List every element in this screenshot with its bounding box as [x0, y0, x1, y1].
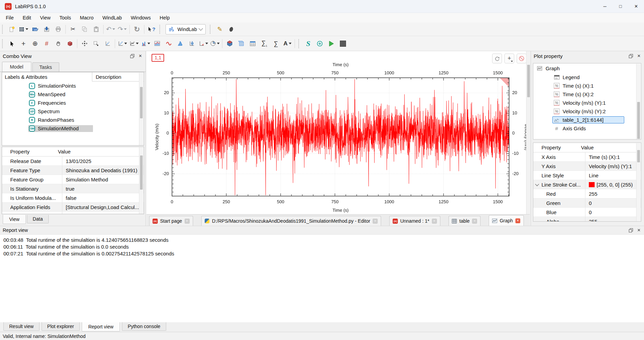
report-view-log[interactable]: 00:03:48 Total runtime of the simulaltio…	[0, 235, 644, 322]
undo-button[interactable]: ↶	[105, 24, 116, 35]
scrollbar-thumb[interactable]	[527, 65, 530, 97]
tree-item-randomphases[interactable]: RRandomPhases	[2, 116, 144, 124]
stop-simulation-button[interactable]	[337, 38, 349, 49]
save-button[interactable]	[41, 24, 52, 35]
close-tab-icon[interactable]: ✕	[472, 219, 477, 224]
tree-item-x-axis-2[interactable]: ½Time (s) (X):2	[533, 90, 641, 99]
plot-vertical-scrollbar[interactable]	[526, 51, 530, 214]
scrollbar-thumb[interactable]	[637, 102, 640, 139]
macros-button[interactable]	[225, 24, 237, 35]
refresh-plot-button[interactable]	[492, 54, 502, 63]
tab-data[interactable]: Data	[27, 215, 49, 223]
new-document-button[interactable]	[6, 24, 18, 35]
sum-limits-button[interactable]: ∑1	[258, 38, 270, 49]
graph-viewport[interactable]: 1,1 +	[146, 51, 530, 214]
menu-windows[interactable]: Windows	[126, 14, 155, 21]
close-panel-icon[interactable]: ✕	[637, 228, 641, 233]
plot-tree-scrollbar[interactable]	[636, 64, 641, 139]
edit-macro-button[interactable]: ✎	[214, 24, 225, 35]
toolbar-grip[interactable]	[2, 39, 4, 48]
menu-view[interactable]: View	[35, 14, 55, 21]
menu-help[interactable]: Help	[155, 14, 174, 21]
close-tab-icon[interactable]: ✕	[432, 219, 437, 224]
tab-plot-explorer[interactable]: Plot explorer	[42, 322, 80, 331]
grid-3d-button[interactable]	[235, 38, 247, 49]
tab-graph[interactable]: Graph ✕	[489, 215, 524, 226]
float-panel-icon[interactable]	[130, 54, 135, 58]
menu-tools[interactable]: Tools	[55, 14, 76, 21]
pan-button[interactable]	[52, 38, 64, 49]
menu-file[interactable]: File	[1, 14, 18, 21]
float-panel-icon[interactable]	[628, 54, 633, 58]
views-grid-button[interactable]	[18, 24, 29, 35]
paste-button[interactable]	[90, 24, 102, 35]
refresh-button[interactable]: ↻	[131, 24, 143, 35]
menu-edit[interactable]: Edit	[18, 14, 35, 21]
float-panel-icon[interactable]	[628, 228, 633, 233]
close-panel-icon[interactable]: ✕	[637, 54, 641, 58]
redo-button[interactable]: ↷	[116, 24, 128, 35]
close-panel-icon[interactable]: ✕	[138, 54, 143, 58]
simulate-button[interactable]: S	[302, 38, 314, 49]
add-plot-button[interactable]: +	[504, 54, 514, 63]
copy-button[interactable]	[79, 24, 90, 35]
plot-area-button[interactable]	[151, 38, 163, 49]
tab-view[interactable]: View	[3, 215, 26, 224]
sum-button[interactable]: ∑	[270, 38, 282, 49]
plot-scatter-button[interactable]	[116, 38, 128, 49]
plot-property-scrollbar[interactable]	[636, 143, 641, 222]
tree-item-meanspeed[interactable]: MeMeanSpeed	[2, 90, 144, 99]
tab-model[interactable]: Model	[2, 62, 31, 72]
toolbar-grip[interactable]	[159, 25, 162, 34]
expand-chevron-icon[interactable]	[535, 182, 539, 186]
disable-plot-button[interactable]	[517, 54, 527, 63]
move-button[interactable]	[79, 38, 90, 49]
minimize-button[interactable]: ─	[597, 0, 613, 13]
plot-boxplot-button[interactable]	[186, 38, 198, 49]
tab-start-page[interactable]: (π) Start page ✕	[149, 216, 193, 226]
tab-table[interactable]: table ✕	[449, 216, 481, 226]
tree-scrollbar[interactable]	[139, 73, 143, 146]
tree-item-axis-grids[interactable]: #Axis Grids	[533, 124, 641, 133]
tree-item-curve-table-1-2[interactable]: table_1_2[1:6144]	[533, 116, 641, 124]
tree-item-graph[interactable]: Graph	[533, 63, 641, 73]
crosshair-button[interactable]: +	[18, 38, 29, 49]
scrollbar-thumb[interactable]	[140, 156, 143, 190]
tree-item-frequencies[interactable]: FFrequencies	[2, 99, 144, 107]
close-button[interactable]: ✕	[628, 0, 644, 13]
toolbar-grip[interactable]	[298, 39, 301, 48]
pointer-button[interactable]	[6, 38, 18, 49]
maximize-button[interactable]: □	[613, 0, 628, 13]
font-button[interactable]: A	[282, 38, 293, 49]
snap-grid-button[interactable]: #	[41, 38, 52, 49]
plot-pie-button[interactable]	[209, 38, 221, 49]
tree-item-simulationpoints[interactable]: LSimulationPoints	[2, 82, 144, 90]
close-tab-icon[interactable]: ✕	[185, 219, 190, 224]
tab-tasks[interactable]: Tasks	[32, 62, 59, 72]
add-circle-button[interactable]	[314, 38, 326, 49]
scrollbar-thumb[interactable]	[637, 150, 640, 162]
velocity-time-plot[interactable]	[148, 51, 530, 214]
box-3d-button[interactable]	[64, 38, 76, 49]
zoom-region-button[interactable]	[90, 38, 102, 49]
hex-prism-button[interactable]	[224, 38, 235, 49]
open-file-button[interactable]	[29, 24, 41, 35]
center-point-button[interactable]: ⊕	[29, 38, 41, 49]
tree-item-legend[interactable]: Legend	[533, 73, 641, 82]
tree-item-spectrum[interactable]: XPSpectrum	[2, 107, 144, 116]
menu-macro[interactable]: Macro	[75, 14, 98, 21]
scrollbar-thumb[interactable]	[140, 87, 143, 118]
cut-button[interactable]: ✂	[67, 24, 79, 35]
tree-item-simulationmethod[interactable]: SMSimulationMethod	[2, 124, 144, 133]
menu-windlab[interactable]: WindLab	[98, 14, 126, 21]
plot-corner-button[interactable]	[198, 38, 209, 49]
toolbar-grip[interactable]	[210, 25, 212, 34]
whats-this-button[interactable]: ?	[146, 24, 157, 35]
tab-result-view[interactable]: Result view	[3, 322, 40, 331]
tree-item-x-axis-1[interactable]: ½Time (s) (X):1	[533, 82, 641, 90]
tab-python-console[interactable]: Python console	[122, 322, 166, 331]
toolbar-grip[interactable]	[2, 25, 4, 34]
close-tab-icon[interactable]: ✕	[515, 218, 520, 223]
plot-bar-button[interactable]	[140, 38, 151, 49]
tree-item-y-axis-1[interactable]: ½Velocity (m/s) (Y):1	[533, 99, 641, 107]
